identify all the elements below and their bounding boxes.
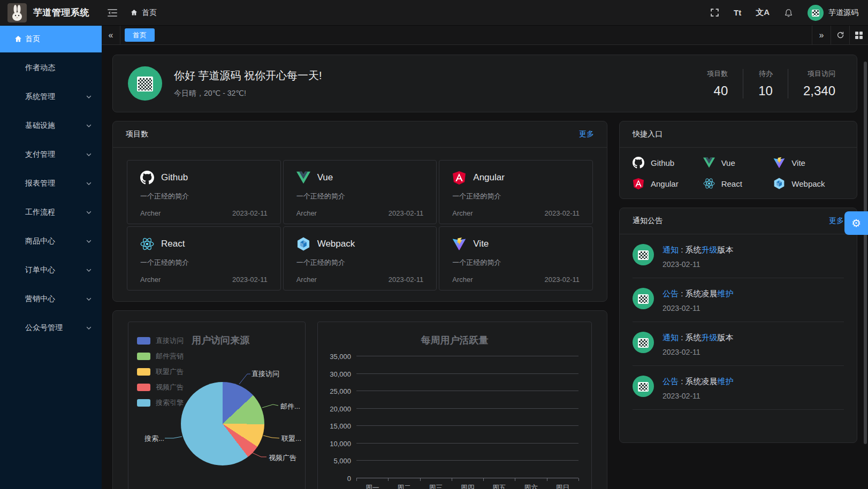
project-name: Webpack [317,239,355,249]
refresh-icon[interactable] [831,26,849,44]
sidebar-item-6[interactable]: 工作流程 [0,199,102,226]
sidebar-item-2[interactable]: 系统管理 [0,83,102,110]
quick-link-github[interactable]: Github [633,157,703,169]
notice-avatar [633,288,654,309]
breadcrumb-label: 首页 [142,8,157,18]
sidebar-item-label: 商品中心 [25,236,55,246]
quick-link-angular[interactable]: Angular [633,178,703,189]
project-description: 一个正经的简介 [452,192,580,201]
notice-more-link[interactable]: 更多 [829,216,844,226]
fold-icon[interactable] [108,9,117,17]
tab-home[interactable]: 首页 [125,28,155,42]
pie-chart [181,382,264,465]
tabs-scroll-left-icon[interactable]: « [102,26,120,44]
chevron-down-icon [86,151,92,158]
breadcrumb[interactable]: 首页 [130,8,157,18]
rabbit-avatar [7,3,27,22]
react-icon [140,237,154,251]
sidebar-item-5[interactable]: 报表管理 [0,170,102,197]
locale-button[interactable]: 文A [756,7,770,18]
projects-card-title: 项目数 [126,129,148,139]
notice-avatar [633,376,654,397]
bar-ytick-label: 20,000 [330,404,351,412]
notice-card-header: 通知公告 更多 [620,208,857,234]
notice-item-3[interactable]: 公告 : 系统凌晨维护2023-02-11 [633,366,844,410]
notice-item-0[interactable]: 通知 : 系统升级版本2023-02-11 [633,234,844,278]
sidebar-item-7[interactable]: 商品中心 [0,228,102,255]
project-date: 2023-02-11 [389,276,424,284]
legend-label: 直接访问 [156,336,184,346]
project-footer: Archer2023-02-11 [140,209,268,217]
legend-item-4[interactable]: 搜索引擎 [137,398,184,408]
sidebar-item-4[interactable]: 支付管理 [0,141,102,168]
legend-item-1[interactable]: 邮件营销 [137,352,184,361]
project-date: 2023-02-11 [232,276,268,284]
bar-xtick-label: 周一 [356,483,388,489]
pie-slice-label-0: 直接访问 [252,369,279,379]
notice-item-2[interactable]: 通知 : 系统升级版本2023-02-11 [633,322,844,366]
charts-card: 用户访问来源 直接访问邮件营销联盟广告视频广告搜索引擎 直接访问邮件...联盟.… [112,310,607,489]
notice-title: 通知 : 系统升级版本 [663,333,734,343]
sidebar-item-0[interactable]: 首页 [0,26,102,52]
legend-item-3[interactable]: 视频广告 [137,383,184,392]
chevron-down-icon [86,180,92,187]
project-tile-github[interactable]: Github一个正经的简介Archer2023-02-11 [127,160,281,224]
notice-title: 通知 : 系统升级版本 [663,245,734,255]
bar-ytick-label: 15,000 [330,422,351,430]
sidebar-item-10[interactable]: 公众号管理 [0,315,102,341]
sidebar-item-1[interactable]: 作者动态 [0,55,102,81]
fullscreen-icon[interactable] [710,8,719,17]
notice-item-1[interactable]: 公告 : 系统凌晨维护2023-02-11 [633,278,844,322]
sidebar-item-8[interactable]: 订单中心 [0,257,102,284]
bar-ytick-label: 10,000 [330,439,351,447]
stat-1: 待办10 [743,69,788,98]
project-author: Archer [452,209,473,217]
bell-icon[interactable] [784,8,793,18]
user-menu[interactable]: 芋道源码 [808,5,858,21]
projects-more-link[interactable]: 更多 [579,129,594,139]
quick-link-vue[interactable]: Vue [703,157,774,169]
sidebar-item-label: 订单中心 [25,265,55,275]
project-footer: Archer2023-02-11 [296,276,424,284]
legend-label: 邮件营销 [156,352,184,361]
sidebar-item-label: 系统管理 [25,92,55,102]
quick-link-label: Vue [721,158,735,167]
notice-title: 公告 : 系统凌晨维护 [663,377,734,387]
bar-xaxis-tick [452,478,452,481]
project-tile-head: Vue [296,171,424,185]
project-tile-webpack[interactable]: Webpack一个正经的简介Archer2023-02-11 [283,226,437,291]
page-scrollbar-thumb[interactable] [864,62,867,444]
project-tile-react[interactable]: React一个正经的简介Archer2023-02-11 [127,226,281,291]
notice-avatar [633,332,654,353]
project-tile-vue[interactable]: Vue一个正经的简介Archer2023-02-11 [283,160,437,224]
layout-grid-icon[interactable] [849,26,868,44]
project-tile-angular[interactable]: Angular一个正经的简介Archer2023-02-11 [439,160,593,224]
sidebar-item-label: 营销中心 [25,294,55,304]
pie-slice-label-3: 视频广告 [269,453,296,463]
quick-link-vite[interactable]: Vite [773,157,844,169]
project-tile-vite[interactable]: Vite一个正经的简介Archer2023-02-11 [439,226,593,291]
app-logo[interactable] [7,3,27,22]
legend-item-2[interactable]: 联盟广告 [137,367,184,377]
settings-gear-button[interactable]: ⚙ [844,211,868,235]
tabs-scroll-right-icon[interactable]: » [812,26,831,44]
project-description: 一个正经的简介 [296,192,424,201]
sidebar-item-3[interactable]: 基础设施 [0,112,102,139]
legend-item-0[interactable]: 直接访问 [137,336,184,346]
quick-link-webpack[interactable]: Webpack [773,178,844,189]
main-content: 你好 芋道源码 祝你开心每一天! 今日晴，20℃ - 32℃! 项目数40待办1… [102,45,868,489]
project-tile-head: React [140,237,268,251]
quick-link-react[interactable]: React [703,178,774,189]
pie-slice-label-1: 邮件... [280,402,300,411]
legend-swatch [137,337,150,345]
legend-label: 搜索引擎 [156,398,184,408]
projects-card: 项目数 更多 Github一个正经的简介Archer2023-02-11Vue一… [112,121,607,302]
project-date: 2023-02-11 [232,209,268,217]
tag-tab-bar: « 首页 » [102,26,868,45]
angular-icon [633,178,644,189]
notice-date: 2023-02-11 [663,304,734,312]
notice-card-title: 通知公告 [633,216,663,226]
quick-entry-header: 快捷入口 [620,121,857,148]
font-size-button[interactable]: Tt [734,8,741,17]
sidebar-item-9[interactable]: 营销中心 [0,286,102,312]
